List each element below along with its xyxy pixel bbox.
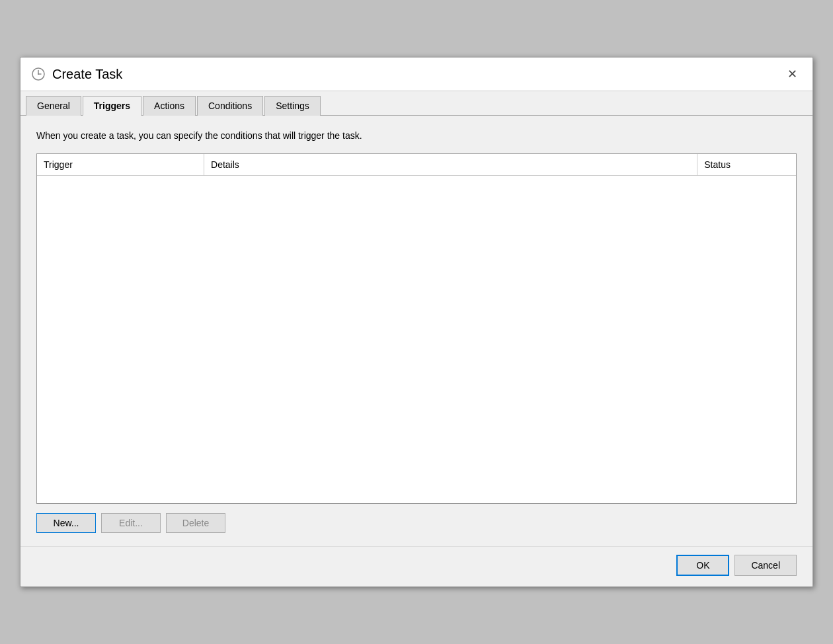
- edit-button[interactable]: Edit...: [101, 513, 161, 533]
- action-buttons: New... Edit... Delete: [36, 513, 797, 533]
- cancel-button[interactable]: Cancel: [734, 555, 797, 576]
- footer-buttons: OK Cancel: [20, 546, 813, 586]
- tab-triggers[interactable]: Triggers: [83, 96, 141, 116]
- new-button[interactable]: New...: [36, 513, 96, 533]
- content-area: When you create a task, you can specify …: [20, 116, 813, 546]
- tab-bar: General Triggers Actions Conditions Sett…: [20, 91, 813, 116]
- col-header-status: Status: [697, 154, 796, 176]
- close-button[interactable]: ✕: [782, 64, 802, 84]
- ok-button[interactable]: OK: [676, 555, 729, 576]
- col-header-trigger: Trigger: [37, 154, 204, 176]
- tab-general[interactable]: General: [26, 96, 81, 116]
- triggers-table-container: Trigger Details Status: [36, 153, 797, 504]
- tab-settings[interactable]: Settings: [264, 96, 321, 116]
- dialog-title: Create Task: [52, 67, 122, 82]
- create-task-dialog: Create Task ✕ General Triggers Actions C…: [20, 57, 813, 587]
- svg-point-3: [38, 73, 39, 75]
- tab-conditions[interactable]: Conditions: [197, 96, 263, 116]
- col-header-details: Details: [204, 154, 697, 176]
- delete-button[interactable]: Delete: [166, 513, 225, 533]
- tab-actions[interactable]: Actions: [143, 96, 196, 116]
- title-bar-left: Create Task: [31, 67, 122, 82]
- triggers-table: Trigger Details Status: [37, 154, 796, 176]
- title-bar: Create Task ✕: [20, 58, 813, 91]
- description-text: When you create a task, you can specify …: [36, 129, 797, 143]
- clock-icon: [31, 67, 46, 81]
